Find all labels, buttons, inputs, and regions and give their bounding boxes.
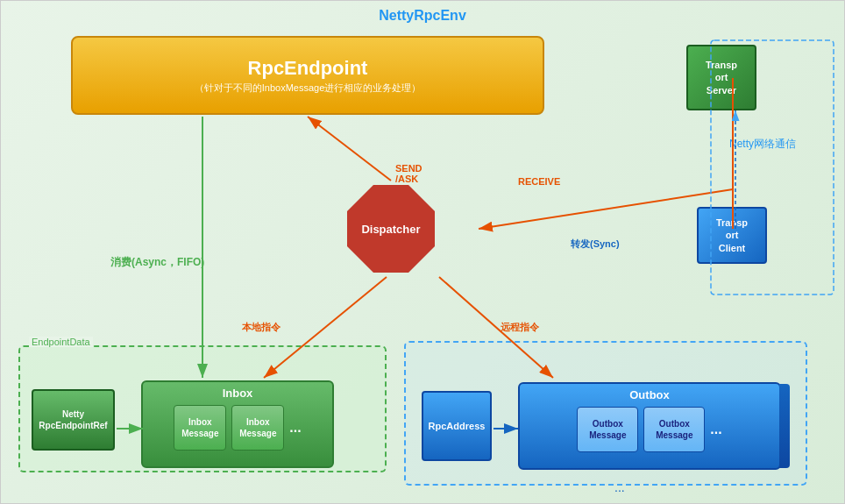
rpc-endpoint-box: RpcEndpoint （针对于不同的InboxMessage进行相应的业务处理… — [71, 36, 544, 115]
outbox-messages: OutboxMessage OutboxMessage ... — [577, 407, 721, 452]
diagram-container: NettyRpcEnv RpcEndpoint （针对于不同的InboxMess… — [0, 0, 845, 504]
inbox-message-2: InboxMessage — [231, 405, 284, 451]
local-cmd-label: 本地指令 — [242, 321, 280, 334]
dispatcher-shape: Dispatcher — [347, 185, 435, 273]
svg-line-4 — [308, 117, 391, 181]
rpc-endpoint-subtitle: （针对于不同的InboxMessage进行相应的业务处理） — [195, 82, 422, 95]
inbox-message-1: InboxMessage — [174, 405, 226, 451]
rpc-address-label: RpcAddress — [429, 421, 486, 431]
outbox-message-1: OutboxMessage — [577, 407, 638, 452]
endpoint-data-label: EndpointData — [29, 337, 93, 347]
transport-server-box: TransportServer — [686, 45, 756, 110]
inbox-messages: InboxMessage InboxMessage ... — [174, 405, 301, 451]
outbox-title: Outbox — [629, 388, 670, 401]
rpc-address-box: RpcAddress — [422, 391, 492, 461]
dispatcher-label: Dispatcher — [361, 223, 420, 236]
send-ask-label: SEND/ASK — [395, 163, 422, 184]
transport-client-box: TransportClient — [697, 207, 767, 264]
outbox-dots: ... — [614, 480, 625, 494]
outbox-ellipsis: ... — [710, 422, 721, 437]
netty-network-label: Netty网络通信 — [729, 137, 796, 152]
svg-line-6 — [479, 189, 733, 229]
inbox-title: Inbox — [223, 387, 253, 400]
netty-ref-box: NettyRpcEndpointRef — [32, 389, 115, 451]
receive-label: RECEIVE — [518, 176, 560, 187]
forward-label: 转发(Sync) — [571, 238, 620, 251]
outbox-container: Outbox OutboxMessage OutboxMessage ... — [518, 382, 781, 470]
transport-server-label: TransportServer — [706, 59, 737, 96]
diagram-title: NettyRpcEnv — [379, 8, 466, 24]
outbox-message-2: OutboxMessage — [643, 407, 705, 452]
netty-ref-label: NettyRpcEndpointRef — [39, 408, 107, 431]
transport-client-label: TransportClient — [716, 217, 748, 254]
inbox-container: Inbox InboxMessage InboxMessage ... — [141, 380, 334, 468]
inbox-ellipsis: ... — [289, 420, 301, 436]
dispatcher-container: Dispatcher — [343, 181, 439, 277]
remote-cmd-label: 远程指令 — [501, 321, 539, 334]
rpc-endpoint-title: RpcEndpoint — [248, 57, 368, 80]
consume-label: 消费(Async，FIFO) — [110, 255, 204, 270]
